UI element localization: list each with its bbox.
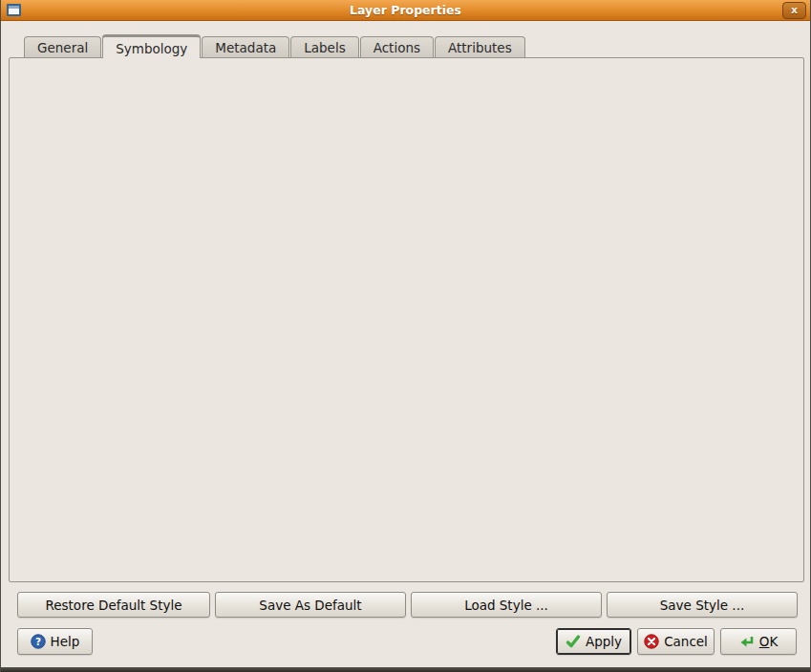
tab-labels[interactable]: Labels [290,36,358,57]
svg-text:?: ? [35,636,41,647]
restore-default-style-button[interactable]: Restore Default Style [17,592,210,618]
tab-general[interactable]: General [24,36,101,57]
apply-check-icon [566,634,581,649]
help-button[interactable]: ? Help [17,628,93,655]
apply-button-label: Apply [586,634,622,649]
ok-return-arrow-icon [739,634,755,649]
titlebar: Layer Properties x [1,0,810,21]
load-style-button[interactable]: Load Style ... [411,592,602,618]
close-icon[interactable]: x [782,2,806,19]
tab-attributes[interactable]: Attributes [435,36,525,57]
symbology-tab-page [9,57,804,582]
window-bottom-border [1,667,810,672]
cancel-button[interactable]: Cancel [637,628,715,655]
layer-properties-dialog: Layer Properties x General Symbology Met… [0,0,811,672]
tab-symbology[interactable]: Symbology [102,34,201,58]
apply-button[interactable]: Apply [556,628,631,655]
cancel-icon [644,634,659,649]
tab-metadata[interactable]: Metadata [202,36,289,57]
help-button-label: Help [51,634,80,649]
window-title: Layer Properties [1,3,810,17]
ok-button-label: OK [759,634,779,649]
cancel-button-label: Cancel [664,634,708,649]
ok-button[interactable]: OK [720,628,797,655]
save-style-button[interactable]: Save Style ... [607,592,798,618]
tab-actions[interactable]: Actions [360,36,434,57]
tab-bar: General Symbology Metadata Labels Action… [24,34,526,58]
help-icon: ? [31,634,46,649]
save-as-default-button[interactable]: Save As Default [215,592,406,618]
